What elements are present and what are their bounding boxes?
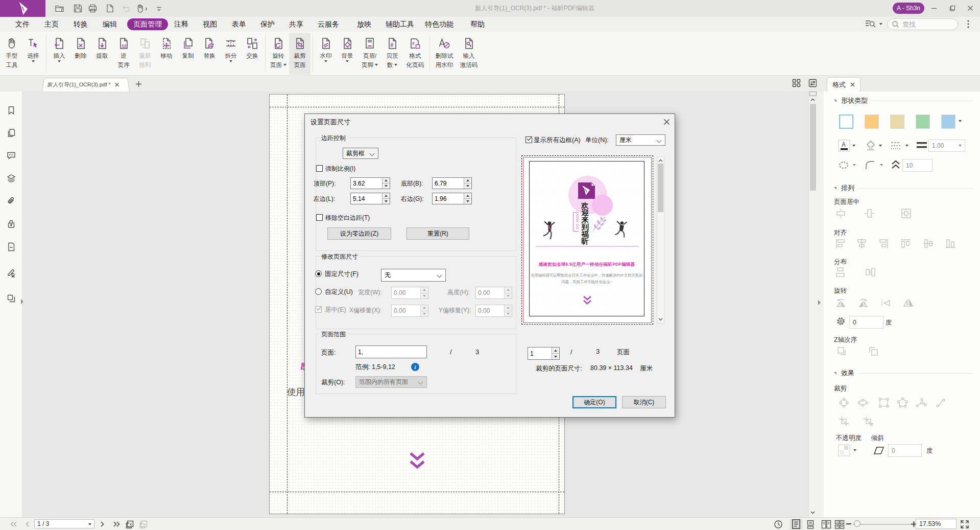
- fixed-size-radio[interactable]: [315, 270, 322, 277]
- arrange-section-header[interactable]: 排列: [834, 183, 973, 193]
- center-horizontal-icon[interactable]: [835, 208, 846, 219]
- line-style-caret-icon[interactable]: [905, 145, 909, 147]
- ribbon-rotate-pages-button[interactable]: 旋转 页面: [268, 33, 289, 75]
- ribbon-watermark-button[interactable]: 水印: [315, 33, 337, 75]
- menu-convert[interactable]: 转换: [69, 18, 92, 30]
- search-box[interactable]: [887, 18, 958, 30]
- show-all-borders-checkbox[interactable]: [525, 136, 532, 143]
- bottom-margin-spinner[interactable]: [432, 177, 472, 189]
- align-right-icon[interactable]: [878, 238, 889, 249]
- right-margin-spinner[interactable]: [432, 193, 472, 204]
- dash-style-caret-icon[interactable]: [853, 164, 856, 166]
- new-tab-button[interactable]: [134, 79, 143, 88]
- preview-page-spinner[interactable]: [528, 347, 560, 360]
- ribbon-header-footer-button[interactable]: 页眉/ 页脚: [358, 33, 381, 75]
- crop-curve-icon[interactable]: [936, 397, 947, 408]
- ribbon-background-button[interactable]: 背景: [337, 33, 358, 75]
- scrollbar-split-handle[interactable]: [809, 91, 817, 96]
- scrollbar-thumb[interactable]: [810, 104, 816, 191]
- spin-down-icon[interactable]: [464, 199, 471, 204]
- left-margin-spinner[interactable]: [350, 193, 390, 204]
- left-margin-input[interactable]: [351, 193, 382, 204]
- fullscreen-icon[interactable]: [960, 520, 969, 529]
- rotate-left-icon[interactable]: [835, 297, 847, 309]
- top-margin-input[interactable]: [351, 178, 382, 189]
- corner-radius-input[interactable]: 10: [902, 159, 933, 172]
- menu-protect[interactable]: 保护: [256, 18, 279, 30]
- crop-polyline-icon[interactable]: [916, 397, 927, 408]
- crop-ellipse-icon[interactable]: [857, 397, 869, 408]
- force-ratio-checkbox[interactable]: [316, 165, 323, 172]
- align-left-icon[interactable]: [835, 238, 846, 249]
- skew-icon[interactable]: [873, 445, 886, 456]
- zero-margin-button[interactable]: 设为零边距(Z): [327, 227, 391, 240]
- ribbon-reverse-order-button[interactable]: 12 逆 页序: [113, 33, 134, 75]
- flip-vertical-icon[interactable]: [902, 297, 914, 309]
- ribbon-remove-trial-watermark-button[interactable]: 删除试 用水印: [432, 33, 457, 75]
- page-number-box[interactable]: 1 / 3: [34, 519, 94, 528]
- ribbon-rearrange-button[interactable]: 重新 排列: [134, 33, 156, 75]
- security-icon[interactable]: [6, 219, 16, 229]
- center-both-icon[interactable]: [901, 208, 912, 219]
- center-vertical-icon[interactable]: [864, 208, 875, 219]
- ribbon-extract-button[interactable]: 提取: [91, 33, 113, 75]
- corner-style-button[interactable]: [865, 159, 877, 171]
- spin-up-icon[interactable]: [383, 193, 390, 199]
- align-center-icon[interactable]: [856, 238, 867, 249]
- first-page-button[interactable]: [7, 518, 19, 530]
- page-range-input[interactable]: [355, 345, 427, 358]
- crop-rectangle-icon[interactable]: [878, 397, 890, 408]
- rotation-input[interactable]: 0: [849, 316, 883, 329]
- spin-up-icon[interactable]: [552, 348, 559, 354]
- dialog-close-button[interactable]: [661, 117, 672, 127]
- zoom-slider-track[interactable]: [853, 524, 911, 525]
- ribbon-select-button[interactable]: 选择: [22, 33, 44, 75]
- spin-down-icon[interactable]: [464, 183, 471, 189]
- zoom-out-button[interactable]: [845, 518, 852, 530]
- align-middle-icon[interactable]: [923, 238, 934, 249]
- reset-button[interactable]: 重置(R): [407, 227, 469, 240]
- save-icon[interactable]: [73, 4, 83, 13]
- corner-radius-icon[interactable]: [891, 158, 901, 171]
- spin-down-icon[interactable]: [383, 183, 390, 189]
- menu-file[interactable]: 文件: [11, 18, 34, 30]
- single-page-view-icon[interactable]: [790, 519, 803, 529]
- next-view-icon[interactable]: [139, 520, 148, 529]
- destinations-icon[interactable]: [6, 242, 16, 252]
- right-margin-input[interactable]: [433, 193, 464, 204]
- bring-forward-icon[interactable]: [836, 346, 847, 357]
- print-icon[interactable]: [88, 4, 98, 13]
- new-document-icon[interactable]: [105, 4, 115, 13]
- shape-style-swatch-1[interactable]: [839, 114, 853, 129]
- crop-tool-icon[interactable]: [838, 416, 850, 427]
- more-options-icon[interactable]: [967, 20, 969, 28]
- ribbon-insert-button[interactable]: 插入: [49, 33, 70, 75]
- zoom-percentage-box[interactable]: 17.53%: [916, 519, 957, 529]
- cancel-button[interactable]: 取消(C): [622, 396, 666, 408]
- ribbon-replace-button[interactable]: 替换: [199, 33, 220, 75]
- spin-up-icon[interactable]: [464, 178, 471, 183]
- minimize-button[interactable]: [928, 3, 940, 13]
- line-width-select[interactable]: 1.00: [928, 140, 965, 152]
- user-account-badge[interactable]: A - Sh3n: [893, 3, 924, 14]
- view-rotate-icon[interactable]: [773, 520, 784, 529]
- attachments-icon[interactable]: [6, 196, 16, 206]
- menu-help[interactable]: 帮助: [466, 18, 489, 30]
- skew-input[interactable]: 0: [888, 444, 922, 457]
- swatch-more-caret-icon[interactable]: [959, 120, 962, 122]
- open-file-icon[interactable]: [55, 4, 64, 13]
- menu-home[interactable]: 主页: [40, 18, 63, 30]
- linked-views-icon[interactable]: [6, 293, 16, 304]
- line-style-button[interactable]: [890, 140, 902, 152]
- menu-present[interactable]: 放映: [353, 18, 375, 30]
- preview-scrollbar-thumb[interactable]: [658, 164, 663, 212]
- menu-features[interactable]: 特色功能: [421, 18, 458, 30]
- next-page-button[interactable]: [97, 518, 107, 530]
- distribute-horizontal-icon[interactable]: [865, 267, 876, 278]
- signatures-icon[interactable]: [6, 267, 16, 278]
- rotation-gear-icon[interactable]: [835, 315, 847, 327]
- previous-page-button[interactable]: [22, 518, 32, 530]
- menu-form[interactable]: 表单: [228, 18, 250, 30]
- undo-icon[interactable]: [121, 4, 131, 13]
- preview-scrollbar[interactable]: [657, 156, 664, 324]
